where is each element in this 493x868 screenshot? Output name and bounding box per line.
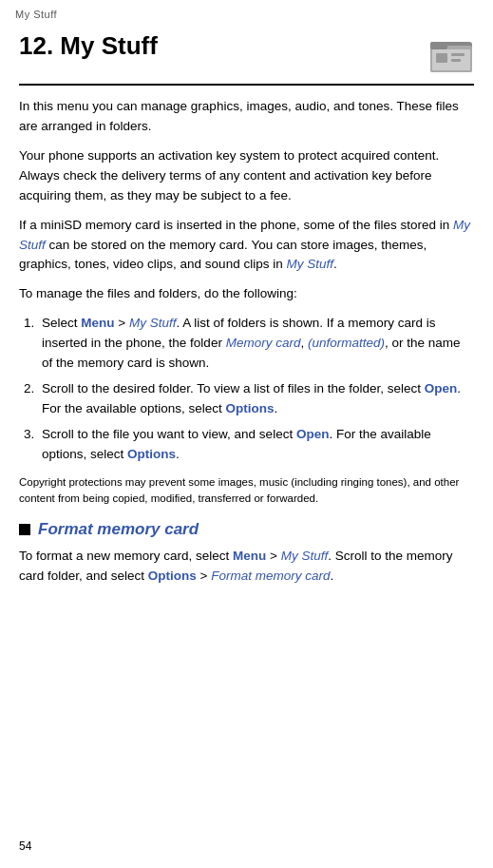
page-number: 54 (19, 839, 31, 853)
section-mystuff-link: My Stuff (281, 549, 329, 563)
section-heading-row: Format memory card (19, 520, 474, 539)
step-3: Scroll to the file you want to view, and… (38, 425, 474, 465)
my-stuff-icon (428, 32, 474, 78)
svg-rect-4 (436, 53, 447, 63)
step1-menu: Menu (81, 316, 114, 330)
step2-open: Open (425, 381, 458, 395)
paragraph-3: If a miniSD memory card is inserted in t… (19, 216, 474, 276)
content-area: 12. My Stuff In this menu you can manage… (0, 25, 493, 615)
paragraph-1: In this menu you can manage graphics, im… (19, 97, 474, 137)
paragraph-2: Your phone supports an activation key sy… (19, 146, 474, 206)
section-menu-link: Menu (233, 549, 266, 563)
my-stuff-link-2: My Stuff (286, 257, 333, 271)
breadcrumb: My Stuff (15, 9, 57, 20)
step1-unformatted: (unformatted) (308, 336, 385, 350)
step-2: Scroll to the desired folder. To view a … (38, 379, 474, 419)
step3-options: Options (127, 447, 176, 461)
svg-rect-6 (451, 59, 461, 62)
step2-options: Options (226, 401, 275, 415)
steps-list: Select Menu > My Stuff. A list of folder… (38, 314, 474, 464)
paragraph-4: To manage the files and folders, do the … (19, 284, 474, 304)
section-heading: Format memory card (38, 520, 199, 539)
page-title: 12. My Stuff (19, 32, 158, 60)
section-paragraph: To format a new memory card, select Menu… (19, 547, 474, 587)
section-options-link: Options (148, 569, 197, 583)
step3-open: Open (296, 427, 330, 441)
section-format-link: Format memory card (211, 569, 330, 583)
section-square-icon (19, 524, 30, 535)
copyright-notice: Copyright protections may prevent some i… (19, 474, 474, 508)
step-1: Select Menu > My Stuff. A list of folder… (38, 314, 474, 374)
svg-rect-2 (430, 42, 447, 49)
title-row: 12. My Stuff (19, 32, 474, 86)
step1-mystuff: My Stuff (129, 316, 177, 330)
svg-rect-5 (451, 53, 465, 56)
page-wrapper: My Stuff 12. My Stuff In this menu you c… (0, 0, 493, 868)
header-bar: My Stuff (0, 0, 493, 25)
step1-memcard: Memory card (226, 336, 301, 350)
